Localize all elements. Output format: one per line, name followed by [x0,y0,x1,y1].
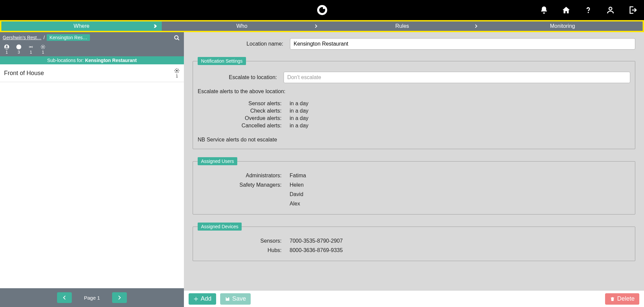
hub-count: 1 [174,68,180,78]
assigned-users-panel: Assigned Users Administrators:Fatima Saf… [193,157,635,214]
pager-label: Page 1 [84,295,100,301]
escalate-note: NB Service alerts do not escalate [198,137,630,143]
svg-point-7 [6,45,7,47]
home-icon[interactable] [561,5,571,15]
stat-admins: 1 [4,44,9,54]
svg-point-5 [175,36,178,39]
svg-point-3 [609,7,612,10]
search-icon[interactable] [174,35,180,42]
notification-settings-panel: Notification Settings Escalate to locati… [193,57,635,149]
add-button[interactable]: Add [189,293,216,305]
escalate-label: Escalate to location: [198,74,277,80]
sidebar-pager: Page 1 [0,288,184,307]
tab-monitoring[interactable]: Monitoring [482,21,643,31]
svg-point-9 [18,46,19,47]
panel-legend: Assigned Devices [198,223,242,231]
svg-point-10 [31,47,32,48]
arrow-right-icon [313,23,319,29]
tab-who[interactable]: Who [162,21,322,31]
arrow-right-icon [153,23,158,29]
user-icon[interactable] [606,5,615,15]
panel-legend: Notification Settings [198,57,246,65]
tab-label: Who [236,23,247,29]
svg-point-11 [43,47,44,48]
escalate-text: Escalate alerts to the above location: [198,88,630,95]
location-name: Front of House [4,70,44,77]
pager-next-button[interactable] [112,292,127,303]
stat-users: 3 [16,44,21,54]
stat-hubs: 1 [40,44,46,54]
content-footer: Add Save Delete [184,290,644,307]
content-area: Location name: Notification Settings Esc… [184,32,644,307]
sidebar-header: Gershwin's Rest… / Kensington Res… [0,32,184,43]
sidebar: Gershwin's Rest… / Kensington Res… 1 3 1 [0,32,184,307]
assigned-devices-panel: Assigned Devices Sensors:7000-3535-8790-… [193,223,635,261]
delete-button[interactable]: Delete [605,293,639,305]
app-logo [316,4,328,16]
tab-label: Where [73,23,89,29]
svg-point-2 [323,7,325,9]
bell-icon[interactable] [539,5,549,15]
sublocations-header: Sub-locations for: Kensington Restaurant [0,56,184,64]
escalate-input[interactable] [284,72,630,83]
escalate-row: Escalate to location: [198,72,630,83]
tab-rules[interactable]: Rules [322,21,483,31]
location-list: Front of House 1 [0,64,184,288]
location-name-label: Location name: [193,41,283,47]
arrow-right-icon [474,23,479,29]
breadcrumb-sep: / [43,35,45,40]
panel-legend: Assigned Users [198,157,237,165]
svg-point-12 [177,70,178,71]
tab-label: Rules [395,23,409,29]
save-button[interactable]: Save [220,293,251,305]
pager-prev-button[interactable] [57,292,72,303]
logout-icon[interactable] [628,5,637,15]
location-name-row: Location name: [193,38,635,50]
location-name-input[interactable] [290,38,635,50]
breadcrumb-current: Kensington Res… [47,34,90,41]
help-icon[interactable] [584,5,593,15]
breadcrumb-parent[interactable]: Gershwin's Rest… [3,35,41,40]
step-tabs: Where Who Rules Monitoring [0,20,644,32]
stat-row: 1 3 1 1 [0,43,184,56]
stat-sensors: 1 [28,44,34,54]
breadcrumb: Gershwin's Rest… / Kensington Res… [3,34,181,41]
tab-where[interactable]: Where [1,21,162,31]
list-item[interactable]: Front of House 1 [0,64,184,82]
tab-label: Monitoring [550,23,575,29]
top-bar [0,0,644,20]
